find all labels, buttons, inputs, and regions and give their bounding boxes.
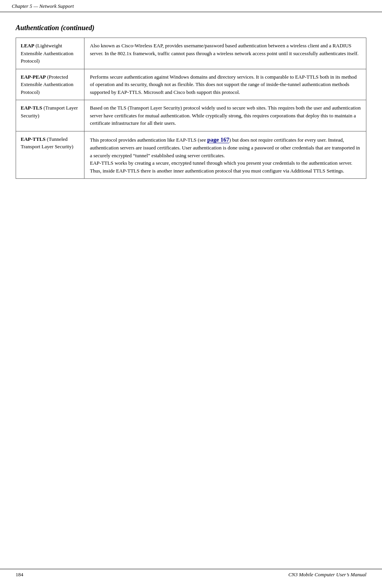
table-row: EAP-TLS (Transport Layer Security)Based … bbox=[16, 100, 366, 131]
table-row: EAP-PEAP (Protected Extensible Authentic… bbox=[16, 69, 366, 100]
page-link[interactable]: page 167 bbox=[207, 137, 229, 143]
page-header: Chapter 5 — Network Support bbox=[0, 0, 382, 12]
term-cell: EAP-TLS (Transport Layer Security) bbox=[16, 100, 84, 131]
term-cell: LEAP (Lightweight Extensible Authenticat… bbox=[16, 38, 84, 69]
description-cell: Based on the TLS (Transport Layer Securi… bbox=[84, 100, 366, 131]
section-heading: Authentication (continued) bbox=[16, 24, 366, 32]
page-footer: 184 CN3 Mobile Computer User’s Manual bbox=[0, 569, 382, 580]
header-em-dash: — bbox=[32, 3, 39, 9]
term-bold: EAP-TTLS bbox=[21, 136, 46, 142]
term-bold: EAP-PEAP bbox=[21, 74, 46, 80]
footer-page-number: 184 bbox=[16, 572, 23, 578]
header-chapter: Chapter 5 — Network Support bbox=[12, 3, 74, 9]
authentication-table: LEAP (Lightweight Extensible Authenticat… bbox=[16, 38, 366, 179]
term-bold: EAP-TLS bbox=[21, 105, 42, 111]
description-cell: This protocol provides authentication li… bbox=[84, 131, 366, 179]
table-row: EAP-TTLS (Tunneled Transport Layer Secur… bbox=[16, 131, 366, 179]
footer-manual-title: CN3 Mobile Computer User’s Manual bbox=[288, 572, 366, 578]
description-cell: Performs secure authentication against W… bbox=[84, 69, 366, 100]
table-row: LEAP (Lightweight Extensible Authenticat… bbox=[16, 38, 366, 69]
term-cell: EAP-TTLS (Tunneled Transport Layer Secur… bbox=[16, 131, 84, 179]
description-cell: Also known as Cisco-Wireless EAP, provid… bbox=[84, 38, 366, 69]
header-title: Network Support bbox=[39, 3, 74, 9]
chapter-label: Chapter 5 bbox=[12, 3, 32, 9]
term-cell: EAP-PEAP (Protected Extensible Authentic… bbox=[16, 69, 84, 100]
page-content: Authentication (continued) LEAP (Lightwe… bbox=[0, 12, 382, 202]
term-bold: LEAP bbox=[21, 43, 34, 49]
